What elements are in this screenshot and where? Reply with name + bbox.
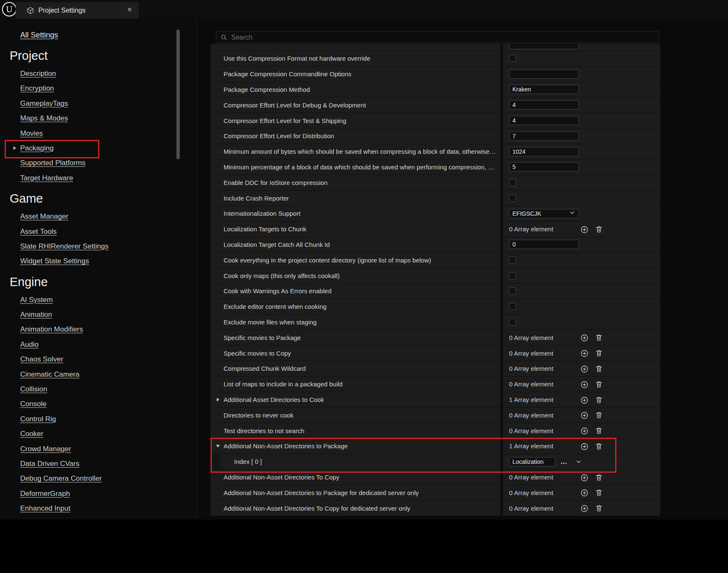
add-element-button[interactable] [580, 411, 589, 420]
add-element-button[interactable] [580, 349, 589, 358]
delete-element-button[interactable] [595, 334, 603, 342]
setting-row: Cook with Warnings As Errors enabled [211, 284, 660, 299]
sidebar-item-asset-manager[interactable]: Asset Manager [0, 209, 196, 224]
array-count: 0 Array element [509, 225, 553, 233]
delete-element-button[interactable] [595, 411, 603, 419]
add-element-button[interactable] [580, 474, 589, 482]
sidebar-item-chaos-solver[interactable]: Chaos Solver [0, 352, 196, 367]
setting-value-cell [503, 144, 660, 159]
checkbox[interactable] [509, 179, 516, 186]
setting-label-cell: Enable DDC for IoStore compression [211, 175, 503, 190]
setting-value-input[interactable] [509, 131, 579, 141]
sidebar-item-label: Chaos Solver [20, 355, 63, 363]
delete-element-button[interactable] [595, 380, 603, 388]
setting-value-input[interactable] [509, 44, 579, 49]
tab-project-settings[interactable]: Project Settings ✕ [16, 2, 139, 19]
add-element-button[interactable] [580, 504, 589, 513]
sidebar-item-animation[interactable]: Animation [0, 307, 196, 322]
add-element-button[interactable] [580, 427, 589, 435]
dropdown-select[interactable]: EFIGSCJK [509, 209, 579, 218]
array-count: 0 Array element [509, 365, 553, 372]
sidebar-item-all-settings[interactable]: All Settings [20, 28, 196, 43]
delete-element-button[interactable] [595, 504, 603, 512]
sidebar-item-maps-modes[interactable]: Maps & Modes [0, 111, 196, 126]
checkbox[interactable] [509, 303, 516, 310]
delete-element-button[interactable] [595, 474, 603, 482]
add-element-button[interactable] [580, 396, 589, 404]
setting-label: Specific movies to Copy [224, 350, 291, 357]
setting-label: Package Compression Commandline Options [224, 70, 351, 78]
setting-value-cell [503, 268, 660, 283]
array-element-value-input[interactable] [509, 457, 555, 466]
delete-element-button[interactable] [595, 427, 603, 435]
setting-label: Include Crash Reporter [224, 195, 289, 202]
add-element-button[interactable] [580, 442, 589, 451]
array-count: 0 Array element [509, 505, 553, 512]
delete-element-button[interactable] [595, 365, 603, 373]
expander-right-icon[interactable] [216, 397, 220, 402]
checkbox[interactable] [509, 272, 516, 279]
sidebar-item-supported-platforms[interactable]: Supported Platforms [0, 155, 196, 170]
setting-row: Package Compression Method [211, 82, 660, 98]
sidebar-item-animation-modifiers[interactable]: Animation Modifiers [0, 322, 196, 337]
sidebar-item-target-hardware[interactable]: Target Hardware [0, 171, 196, 185]
sidebar-item-debug-camera-controller[interactable]: Debug Camera Controller [0, 471, 196, 486]
sidebar-item-data-driven-cvars[interactable]: Data Driven CVars [0, 456, 196, 471]
sidebar-item-asset-tools[interactable]: Asset Tools [0, 224, 196, 239]
delete-element-button[interactable] [595, 349, 603, 357]
add-element-button[interactable] [580, 380, 589, 389]
sidebar-item-audio[interactable]: Audio [0, 337, 196, 352]
sidebar-item-console[interactable]: Console [0, 396, 196, 411]
sidebar-item-slate-rhirenderer-settings[interactable]: Slate RHIRenderer Settings [0, 239, 196, 254]
sidebar-item-deformergraph[interactable]: DeformerGraph [0, 486, 196, 501]
delete-element-button[interactable] [595, 489, 603, 497]
sidebar-item-movies[interactable]: Movies [0, 126, 196, 141]
sidebar-item-widget-state-settings[interactable]: Widget State Settings [0, 254, 196, 268]
sidebar-item-packaging[interactable]: Packaging [0, 141, 196, 155]
setting-value-input[interactable] [509, 70, 579, 79]
add-element-button[interactable] [580, 334, 589, 342]
chevron-down-icon[interactable] [575, 458, 582, 465]
sidebar-item-collision[interactable]: Collision [0, 382, 196, 396]
setting-label: Specific movies to Package [224, 334, 301, 341]
add-element-button[interactable] [580, 365, 589, 373]
delete-element-button[interactable] [595, 442, 603, 450]
setting-label-cell: Additional Asset Directories to Cook [211, 392, 503, 407]
checkbox[interactable] [509, 55, 516, 62]
delete-element-button[interactable] [595, 225, 603, 233]
delete-element-button[interactable] [595, 396, 603, 404]
checkbox[interactable] [509, 287, 516, 295]
sidebar-item-control-rig[interactable]: Control Rig [0, 412, 196, 426]
sidebar-item-crowd-manager[interactable]: Crowd Manager [0, 442, 196, 456]
checkbox[interactable] [509, 195, 516, 202]
setting-value-input[interactable] [509, 116, 579, 125]
sidebar-item-cooker[interactable]: Cooker [0, 426, 196, 441]
checkbox[interactable] [509, 319, 516, 326]
setting-value-input[interactable] [509, 100, 579, 110]
add-element-button[interactable] [580, 225, 589, 234]
sidebar-item-encryption[interactable]: Encryption [0, 81, 196, 96]
sidebar-item-cinematic-camera[interactable]: Cinematic Camera [0, 367, 196, 382]
setting-value-input[interactable] [509, 85, 579, 94]
sidebar-item-description[interactable]: Description [0, 66, 196, 81]
sidebar-item-gameplaytags[interactable]: GameplayTags [0, 96, 196, 111]
search-input[interactable] [231, 34, 635, 41]
sidebar-item-label: Cinematic Camera [20, 370, 80, 378]
plus-circle-icon [580, 380, 589, 389]
sidebar-scrollbar[interactable] [176, 29, 180, 159]
close-icon[interactable]: ✕ [127, 6, 132, 13]
browse-button[interactable]: … [560, 460, 568, 464]
setting-label-cell: Include Crash Reporter [211, 190, 503, 206]
setting-value-cell: 0 Array element [503, 485, 660, 500]
setting-value-cell [503, 237, 660, 252]
checkbox[interactable] [509, 257, 516, 264]
setting-value-input[interactable] [509, 240, 579, 249]
setting-label: Cook with Warnings As Errors enabled [224, 287, 331, 295]
expander-down-icon[interactable] [216, 444, 220, 448]
setting-value-input[interactable] [509, 162, 579, 171]
setting-label-cell: Cook only maps (this only affects cookal… [211, 268, 503, 283]
add-element-button[interactable] [580, 489, 589, 497]
sidebar-item-enhanced-input[interactable]: Enhanced Input [0, 501, 196, 516]
setting-value-input[interactable] [509, 147, 579, 156]
sidebar-item-ai-system[interactable]: AI System [0, 292, 196, 307]
